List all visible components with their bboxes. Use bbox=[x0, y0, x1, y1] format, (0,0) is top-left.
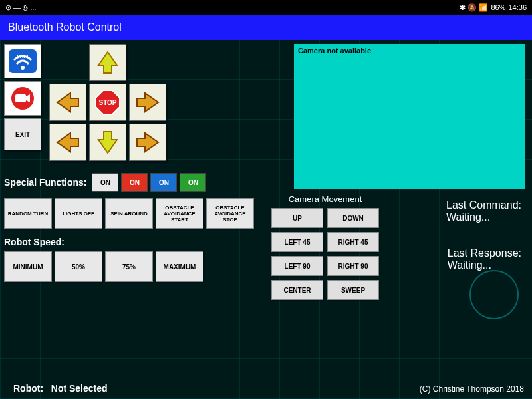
clock: 14:36 bbox=[508, 3, 527, 11]
special-functions-label: Special Functions: bbox=[4, 177, 86, 188]
record-button[interactable] bbox=[4, 81, 41, 116]
speed-50-button[interactable]: 50% bbox=[55, 251, 102, 282]
backward-button[interactable] bbox=[89, 124, 126, 161]
wifi-button[interactable]: WiFi bbox=[4, 44, 41, 78]
direction-pad: STOP bbox=[49, 44, 209, 164]
svg-text:STOP: STOP bbox=[98, 99, 116, 106]
special-toggle-1[interactable]: ON bbox=[92, 173, 118, 192]
svg-rect-4 bbox=[15, 94, 26, 102]
speed-minimum-button[interactable]: MINIMUM bbox=[4, 251, 52, 282]
spin-around-button[interactable]: SPIN AROUND bbox=[105, 198, 153, 229]
status-bar: ⊙ — 𝕳 ... ✱ 🔕 📶 86% 14:36 bbox=[0, 0, 532, 15]
cam-down-button[interactable]: DOWN bbox=[327, 208, 379, 228]
curve-right-button[interactable] bbox=[129, 124, 166, 161]
stop-button[interactable]: STOP bbox=[89, 84, 126, 121]
status-left: ⊙ — 𝕳 ... bbox=[5, 3, 36, 12]
cam-sweep-button[interactable]: SWEEP bbox=[327, 280, 379, 300]
title-bar: Bluetooth Robot Control bbox=[0, 15, 532, 40]
svg-text:WiFi: WiFi bbox=[17, 53, 29, 59]
robot-label: Robot: bbox=[13, 383, 43, 394]
cam-right45-button[interactable]: RIGHT 45 bbox=[327, 232, 379, 252]
lights-off-button[interactable]: LIGHTS OFF bbox=[55, 198, 102, 229]
cam-left90-button[interactable]: LEFT 90 bbox=[271, 256, 323, 276]
cam-up-button[interactable]: UP bbox=[271, 208, 323, 228]
random-turn-button[interactable]: RANDOM TURN bbox=[4, 198, 52, 229]
copyright: (C) Christine Thompson 2018 bbox=[420, 384, 524, 394]
app-title: Bluetooth Robot Control bbox=[8, 21, 122, 33]
svg-point-1 bbox=[21, 66, 25, 70]
forward-button[interactable] bbox=[89, 44, 126, 81]
cam-right90-button[interactable]: RIGHT 90 bbox=[327, 256, 379, 276]
cam-center-button[interactable]: CENTER bbox=[271, 280, 323, 300]
status-icons: ✱ 🔕 📶 bbox=[460, 3, 488, 12]
camera-placeholder: Camera not available bbox=[298, 47, 371, 55]
special-toggle-2[interactable]: ON bbox=[121, 173, 148, 192]
robot-speed-label: Robot Speed: bbox=[4, 237, 65, 247]
speed-maximum-button[interactable]: MAXIMUM bbox=[156, 251, 203, 282]
turn-right-button[interactable] bbox=[129, 84, 166, 121]
robot-value: Not Selected bbox=[51, 383, 108, 394]
obstacle-avoid-stop-button[interactable]: OBSTACLE AVOIDANCE STOP bbox=[206, 198, 254, 229]
curve-left-button[interactable] bbox=[49, 124, 86, 161]
battery-percent: 86% bbox=[491, 3, 505, 11]
speed-75-button[interactable]: 75% bbox=[105, 251, 153, 282]
special-toggle-4[interactable]: ON bbox=[180, 173, 206, 192]
exit-button[interactable]: EXIT bbox=[4, 118, 41, 150]
obstacle-avoid-start-button[interactable]: OBSTACLE AVOIDANCE START bbox=[156, 198, 203, 229]
cam-left45-button[interactable]: LEFT 45 bbox=[271, 232, 323, 252]
last-command: Last Command: Waiting... bbox=[446, 200, 521, 223]
last-response: Last Response: Waiting... bbox=[448, 247, 521, 271]
special-toggle-3[interactable]: ON bbox=[150, 173, 177, 192]
turn-left-button[interactable] bbox=[49, 84, 86, 121]
camera-movement-header: Camera Movement bbox=[271, 194, 379, 204]
camera-preview: Camera not available bbox=[294, 44, 525, 189]
